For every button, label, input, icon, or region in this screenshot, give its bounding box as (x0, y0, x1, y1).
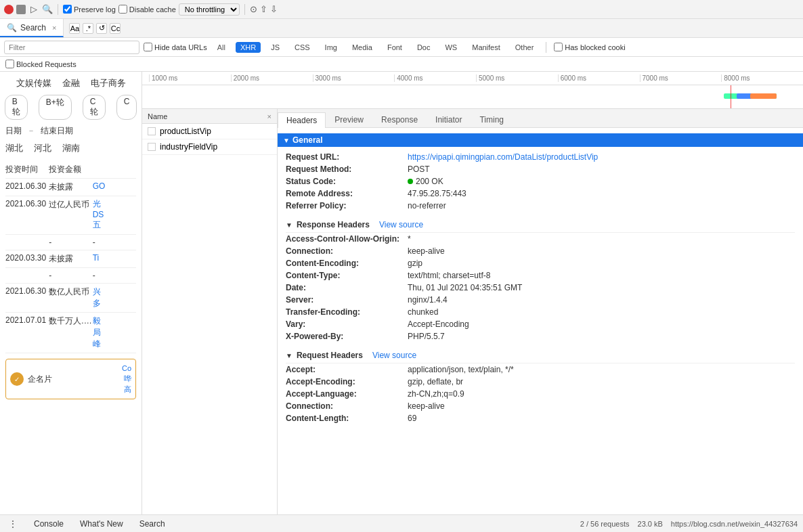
css-type-btn[interactable]: CSS (290, 42, 315, 53)
refresh-button[interactable]: ↺ (96, 23, 107, 34)
request-url-val[interactable]: https://vipapi.qimingpian.com/DataList/p… (408, 152, 598, 162)
filter-input[interactable] (4, 41, 139, 54)
province-hunan[interactable]: 湖南 (62, 142, 80, 154)
doc-type-btn[interactable]: Doc (412, 42, 435, 53)
all-type-btn[interactable]: All (213, 42, 230, 53)
bottom-left: ⋮ Console What's New Search (5, 515, 173, 533)
throttle-select[interactable]: No throttling (179, 3, 240, 16)
preserve-log-checkbox[interactable]: Preserve log (63, 5, 116, 14)
request-headers-list: Accept:application/json, text/plain, */*… (286, 363, 795, 424)
category-ecommerce: 电子商务 (91, 77, 126, 89)
table-row: 投资时间 投资金额 (5, 161, 136, 179)
item-checkbox-1[interactable] (148, 127, 156, 135)
blocked-requests-checkbox[interactable]: Blocked Requests (5, 60, 798, 68)
ruler-mark-7000: 7000 ms (640, 74, 722, 82)
response-header-val: text/html; charset=utf-8 (408, 271, 490, 280)
link-val[interactable]: GO (93, 181, 136, 193)
stop-record-button[interactable] (16, 5, 26, 14)
round-c2[interactable]: C (116, 95, 137, 120)
download-icon: ⇩ (270, 4, 278, 14)
round-b[interactable]: B轮 (5, 95, 28, 120)
amount-val: 数千万人...元 (49, 315, 92, 350)
close-column-button[interactable]: × (267, 112, 272, 120)
left-content: 文娱传媒 金融 电子商务 B轮 B+轮 C轮 C 日期 － 结束日期 湖北 河北… (0, 72, 142, 514)
item-checkbox-2[interactable] (148, 143, 156, 151)
general-section-header[interactable]: ▼ General (278, 133, 803, 147)
ws-type-btn[interactable]: WS (440, 42, 462, 53)
request-url-key: Request URL: (286, 152, 408, 162)
record-button[interactable] (4, 5, 14, 14)
search-icon[interactable]: 🔍 (42, 4, 53, 15)
link-val[interactable]: 兴多 (93, 286, 136, 309)
province-hebei[interactable]: 河北 (34, 142, 51, 154)
timeline-area: 1000 ms 2000 ms 3000 ms 4000 ms 5000 ms … (142, 72, 803, 109)
bottom-menu-icon[interactable]: ⋮ (5, 518, 20, 529)
disable-cache-label: Disable cache (129, 5, 176, 14)
link-val[interactable]: Ti (93, 253, 136, 265)
request-headers-view-source[interactable]: View source (372, 351, 416, 360)
console-tab[interactable]: Console (26, 515, 72, 533)
xhr-type-btn[interactable]: XHR (236, 42, 261, 53)
response-header-key: Connection: (286, 246, 408, 256)
aa-button[interactable]: Aa (69, 23, 80, 34)
has-blocked-cookies-label: Has blocked cooki (565, 43, 625, 51)
search-tab-close[interactable]: × (52, 24, 56, 32)
filter-icon[interactable]: ▷ (28, 4, 39, 15)
regex-button[interactable]: .* (83, 23, 93, 34)
other-type-btn[interactable]: Other (511, 42, 539, 53)
ruler-mark-4000: 4000 ms (394, 74, 476, 82)
request-header-key: Accept-Language: (286, 389, 408, 399)
date-row: 日期 － 结束日期 (5, 125, 136, 137)
tab-initiator[interactable]: Initiator (427, 112, 471, 127)
network-item-industryFieldVip[interactable]: industryFieldVip (142, 139, 277, 155)
font-type-btn[interactable]: Font (383, 42, 407, 53)
detail-panel: Headers Preview Response Initiator Timin… (278, 109, 803, 514)
disable-cache-checkbox[interactable]: Disable cache (118, 5, 176, 14)
network-split: Name × productListVip industryFieldVip (142, 109, 803, 514)
manifest-type-btn[interactable]: Manifest (467, 42, 505, 53)
request-headers-toggle: ▼ (286, 352, 292, 359)
search-tab[interactable]: 🔍 Search × (0, 19, 64, 37)
request-method-row: Request Method: POST (286, 163, 795, 175)
request-header-key: Content-Length: (286, 414, 408, 423)
tab-preview[interactable]: Preview (326, 112, 372, 127)
link-val-2[interactable]: 光DS五动 (93, 199, 136, 231)
network-item-productListVip[interactable]: productListVip (142, 124, 277, 139)
response-header-key: Content-Encoding: (286, 259, 408, 268)
request-header-key: Accept: (286, 365, 408, 374)
qr-badge: ✓ 企名片 Co哗高 (5, 359, 136, 399)
remote-address-val: 47.95.28.75:443 (408, 189, 466, 198)
tab-response[interactable]: Response (372, 112, 427, 127)
date-val: 2021.07.01 (5, 315, 49, 350)
media-type-btn[interactable]: Media (347, 42, 377, 53)
response-headers-list: Access-Control-Allow-Origin:*Connection:… (286, 233, 795, 342)
link-val[interactable]: 毅局峰 (93, 315, 136, 350)
tab-headers[interactable]: Headers (278, 112, 326, 128)
response-headers-view-source[interactable]: View source (379, 220, 423, 229)
bottom-requests: 2 / 56 requests (580, 520, 630, 528)
hide-data-urls-checkbox[interactable]: Hide data URLs (144, 43, 207, 51)
date-separator: － (27, 125, 35, 137)
search-bottom-tab[interactable]: Search (131, 515, 173, 533)
table-row: 2020.03.30 未披露 Ti (5, 250, 136, 268)
province-hubei[interactable]: 湖北 (5, 142, 23, 154)
whats-new-tab[interactable]: What's New (72, 515, 131, 533)
tab-timing[interactable]: Timing (471, 112, 513, 127)
case-button[interactable]: Cc (110, 23, 121, 34)
filter-options: Hide data URLs All XHR JS CSS Img Media … (144, 42, 626, 53)
response-headers-section-header[interactable]: ▼ Response Headers View source (286, 217, 795, 233)
main-area: 文娱传媒 金融 电子商务 B轮 B+轮 C轮 C 日期 － 结束日期 湖北 河北… (0, 72, 803, 514)
request-headers-section-header[interactable]: ▼ Request Headers View source (286, 348, 795, 363)
img-type-btn[interactable]: Img (320, 42, 342, 53)
date-val (5, 238, 49, 247)
ruler-mark-3000: 3000 ms (313, 74, 395, 82)
round-c[interactable]: C轮 (83, 95, 106, 120)
js-type-btn[interactable]: JS (266, 42, 284, 53)
round-bplus[interactable]: B+轮 (39, 95, 72, 120)
response-header-val: PHP/5.5.7 (408, 332, 445, 341)
ruler-mark-8000: 8000 ms (721, 74, 803, 82)
search-tab-label: Search (20, 23, 46, 32)
bottom-url: https://blog.csdn.net/weixin_44327634 (671, 520, 798, 528)
link-val: - (93, 271, 136, 280)
has-blocked-cookies-checkbox[interactable]: Has blocked cooki (554, 43, 625, 51)
